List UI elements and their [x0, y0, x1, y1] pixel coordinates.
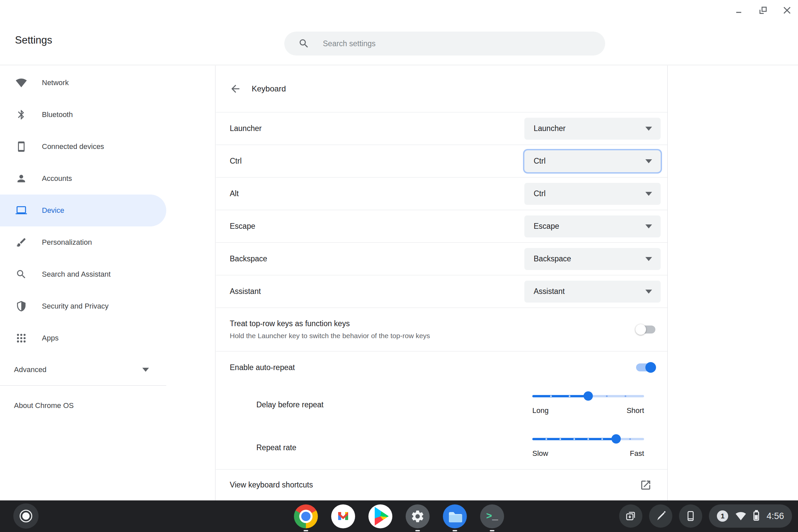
function-keys-title: Treat top-row keys as function keys — [230, 319, 430, 328]
status-area[interactable]: 1 4:56 — [709, 505, 792, 528]
toggle-thumb — [635, 324, 646, 335]
shelf-app-terminal[interactable]: >_ — [480, 505, 504, 528]
sidebar-item-security-privacy[interactable]: Security and Privacy — [0, 290, 166, 322]
shelf-app-play-store[interactable] — [368, 505, 392, 528]
shelf: >_ — [0, 500, 798, 532]
delay-label: Delay before repeat — [256, 400, 324, 409]
view-keyboard-shortcuts-row[interactable]: View keyboard shortcuts — [216, 469, 667, 500]
select-value: Assistant — [534, 287, 565, 296]
sidebar-item-connected-devices[interactable]: Connected devices — [0, 131, 166, 163]
remap-select-assistant[interactable]: Assistant — [524, 281, 661, 303]
shelf-app-chrome[interactable] — [294, 505, 318, 528]
sidebar-item-personalization[interactable]: Personalization — [0, 226, 166, 258]
dropdown-caret-icon — [645, 159, 652, 163]
person-icon — [15, 173, 27, 185]
search-input[interactable]: Search settings — [284, 32, 605, 56]
dropdown-caret-icon — [645, 225, 652, 228]
sidebar-item-apps[interactable]: Apps — [0, 322, 166, 354]
slider-tick — [624, 395, 626, 397]
slider-tick — [588, 438, 589, 440]
dropdown-caret-icon — [645, 257, 652, 261]
sidebar-advanced-toggle[interactable]: Advanced — [0, 354, 166, 385]
minimize-button[interactable] — [733, 4, 745, 17]
sidebar-item-about-chromeos[interactable]: About Chrome OS — [0, 386, 215, 425]
remap-select-ctrl[interactable]: Ctrl — [524, 150, 661, 172]
bluetooth-icon — [15, 109, 27, 121]
window-controls — [733, 4, 793, 17]
slider-tick — [602, 438, 603, 440]
sidebar-item-bluetooth[interactable]: Bluetooth — [0, 99, 166, 131]
search-icon — [15, 268, 27, 280]
delay-slider-track[interactable] — [532, 395, 644, 397]
slider-tick — [629, 438, 631, 440]
sidebar-item-label: Network — [42, 78, 69, 87]
clock: 4:56 — [766, 511, 784, 521]
chromeos-settings-screen: Settings Search settings Network Bluetoo… — [0, 0, 798, 532]
shelf-app-files[interactable] — [443, 505, 467, 528]
smartphone-icon — [15, 141, 27, 153]
launcher-icon — [20, 510, 32, 522]
sidebar-item-label: Personalization — [42, 238, 92, 247]
rate-slider-track[interactable] — [532, 438, 644, 440]
slider-max-label: Fast — [630, 449, 644, 458]
auto-repeat-label: Enable auto-repeat — [230, 363, 295, 372]
delay-before-repeat-row: Delay before repeat Long Short — [216, 383, 667, 426]
slider-tick — [573, 438, 575, 440]
sidebar: Network Bluetooth Connected devices Acco… — [0, 65, 215, 500]
remap-select-backspace[interactable]: Backspace — [524, 248, 661, 270]
row-label: Launcher — [230, 124, 262, 133]
function-keys-toggle[interactable] — [636, 325, 656, 334]
shelf-app-gmail[interactable] — [331, 505, 355, 528]
remap-row-ctrl: Ctrl Ctrl — [216, 145, 667, 177]
shortcuts-label: View keyboard shortcuts — [230, 480, 313, 490]
gmail-icon — [331, 505, 355, 528]
remap-select-alt[interactable]: Ctrl — [524, 183, 661, 205]
rate-slider-knob[interactable] — [611, 434, 621, 443]
select-value: Escape — [534, 222, 559, 231]
select-value: Backspace — [534, 254, 571, 263]
keyboard-settings-panel: Keyboard Launcher Launcher Ctrl Ctrl Alt… — [216, 65, 668, 500]
sidebar-item-device[interactable]: Device — [0, 194, 166, 226]
sidebar-item-label: Device — [42, 206, 64, 215]
back-button[interactable] — [229, 82, 242, 95]
stylus-tools-button[interactable] — [649, 505, 672, 528]
restore-button[interactable] — [757, 4, 770, 17]
remap-select-escape[interactable]: Escape — [524, 215, 661, 238]
dropdown-caret-icon — [645, 127, 652, 131]
sidebar-item-label: Connected devices — [42, 142, 104, 151]
function-keys-row: Treat top-row keys as function keys Hold… — [216, 307, 667, 351]
laptop-icon — [15, 205, 27, 216]
phone-icon — [684, 510, 697, 522]
wifi-status-icon — [736, 511, 746, 521]
shelf-app-settings[interactable] — [406, 505, 430, 528]
close-button[interactable] — [781, 4, 793, 17]
rate-label: Repeat rate — [256, 443, 296, 452]
sidebar-item-label: Security and Privacy — [42, 302, 109, 310]
phone-hub-button[interactable] — [679, 505, 702, 528]
launcher-button[interactable] — [13, 504, 39, 529]
close-icon — [782, 5, 792, 16]
slider-fill — [532, 395, 588, 397]
app-title: Settings — [15, 34, 52, 46]
remap-row-backspace: Backspace Backspace — [216, 242, 667, 275]
row-label: Escape — [230, 222, 255, 231]
search-icon — [298, 38, 309, 49]
auto-repeat-toggle[interactable] — [636, 363, 656, 372]
remap-row-launcher: Launcher Launcher — [216, 112, 667, 145]
sidebar-item-accounts[interactable]: Accounts — [0, 163, 166, 194]
sidebar-item-search-assistant[interactable]: Search and Assistant — [0, 258, 166, 290]
screen-capture-button[interactable] — [619, 505, 642, 528]
dropdown-caret-icon — [645, 192, 652, 196]
battery-icon — [754, 511, 759, 521]
shield-icon — [15, 300, 27, 312]
remap-select-launcher[interactable]: Launcher — [524, 118, 661, 140]
function-keys-subtitle: Hold the Launcher key to switch the beha… — [230, 332, 430, 340]
row-label: Backspace — [230, 254, 267, 263]
slider-labels: Slow Fast — [532, 449, 644, 458]
dropdown-caret-icon — [645, 290, 652, 293]
search-placeholder: Search settings — [323, 39, 376, 48]
sidebar-item-network[interactable]: Network — [0, 67, 166, 99]
slider-max-label: Short — [626, 406, 644, 415]
delay-slider-knob[interactable] — [584, 391, 593, 401]
slider-min-label: Slow — [532, 449, 548, 458]
